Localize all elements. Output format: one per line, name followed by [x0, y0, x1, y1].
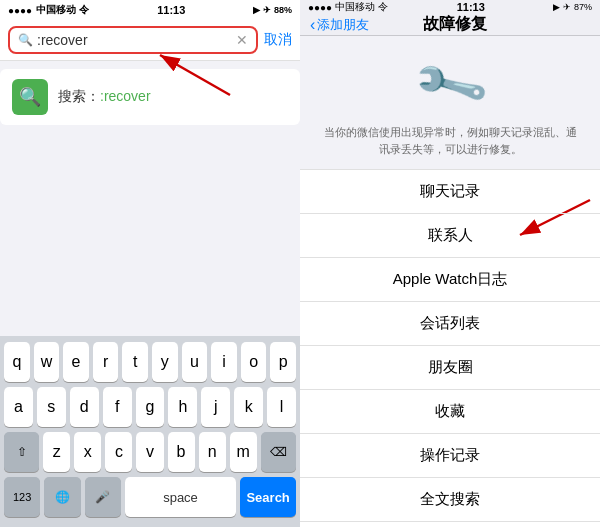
result-text: 搜索：:recover [58, 88, 151, 106]
arrow-annotation-left [140, 45, 240, 100]
key-mic[interactable]: 🎤 [85, 477, 121, 517]
key-i[interactable]: i [211, 342, 237, 382]
key-e[interactable]: e [63, 342, 89, 382]
key-m[interactable]: m [230, 432, 257, 472]
key-z[interactable]: z [43, 432, 70, 472]
keyboard-bottom-bar [0, 521, 300, 527]
carrier-name-right: 中国移动 令 [335, 0, 388, 14]
key-k[interactable]: k [234, 387, 263, 427]
carrier-right: ●●●● 中国移动 令 [308, 0, 388, 14]
right-panel: ●●●● 中国移动 令 11:13 ▶ ✈ 87% ‹ 添加朋友 故障修复 🔧 … [300, 0, 600, 527]
menu-item-session-list[interactable]: 会话列表 [300, 302, 600, 346]
key-row-3: ⇧ z x c v b n m ⌫ [4, 432, 296, 472]
search-icon-left: 🔍 [18, 33, 33, 47]
battery-right: 87% [574, 2, 592, 12]
nav-back-label[interactable]: 添加朋友 [317, 16, 369, 34]
key-space[interactable]: space [125, 477, 237, 517]
menu-item-operation-log[interactable]: 操作记录 [300, 434, 600, 478]
key-row-4: 123 🌐 🎤 space Search [4, 477, 296, 517]
status-icons-right: ▶ ✈ 87% [553, 2, 592, 12]
carrier-name-left: 中国移动 令 [36, 3, 89, 17]
key-w[interactable]: w [34, 342, 60, 382]
nav-title: 故障修复 [423, 14, 487, 35]
key-a[interactable]: a [4, 387, 33, 427]
key-s[interactable]: s [37, 387, 66, 427]
status-bar-right: ●●●● 中国移动 令 11:13 ▶ ✈ 87% [300, 0, 600, 14]
repair-description: 当你的微信使用出现异常时，例如聊天记录混乱、通讯录丢失等，可以进行修复。 [300, 124, 600, 169]
key-l[interactable]: l [267, 387, 296, 427]
menu-item-full-search[interactable]: 全文搜索 [300, 478, 600, 522]
key-o[interactable]: o [241, 342, 267, 382]
time-left: 11:13 [157, 4, 185, 16]
key-d[interactable]: d [70, 387, 99, 427]
key-p[interactable]: p [270, 342, 296, 382]
key-g[interactable]: g [136, 387, 165, 427]
menu-item-favorites[interactable]: 收藏 [300, 390, 600, 434]
key-t[interactable]: t [122, 342, 148, 382]
key-x[interactable]: x [74, 432, 101, 472]
keyboard-area: q w e r t y u i o p a s d f g h j k [0, 336, 300, 527]
key-b[interactable]: b [168, 432, 195, 472]
status-bar-left: ●●●● 中国移动 令 11:13 ▶ ✈ 88% [0, 0, 300, 20]
result-prefix: 搜索： [58, 88, 100, 104]
nav-bar-right: ‹ 添加朋友 故障修复 [300, 14, 600, 36]
carrier-left: ●●●● 中国移动 令 [8, 3, 89, 17]
key-shift[interactable]: ⇧ [4, 432, 39, 472]
keyboard-rows: q w e r t y u i o p a s d f g h j k [0, 336, 300, 521]
menu-item-contacts[interactable]: 联系人 [300, 214, 600, 258]
key-n[interactable]: n [199, 432, 226, 472]
key-row-2: a s d f g h j k l [4, 387, 296, 427]
signal-icon-right: ●●●● [308, 2, 332, 13]
key-f[interactable]: f [103, 387, 132, 427]
key-delete[interactable]: ⌫ [261, 432, 296, 472]
key-c[interactable]: c [105, 432, 132, 472]
battery-left: 88% [274, 5, 292, 15]
key-j[interactable]: j [201, 387, 230, 427]
menu-item-official-accounts[interactable]: 公众号会话 [300, 522, 600, 527]
menu-item-moments[interactable]: 朋友圈 [300, 346, 600, 390]
key-y[interactable]: y [152, 342, 178, 382]
key-r[interactable]: r [93, 342, 119, 382]
key-globe[interactable]: 🌐 [44, 477, 80, 517]
key-h[interactable]: h [168, 387, 197, 427]
svg-line-1 [160, 55, 230, 95]
wifi-icon: ▶ ✈ [253, 5, 271, 15]
menu-list: 聊天记录 联系人 Apple Watch日志 会话列表 朋友圈 收藏 操作记录 … [300, 169, 600, 527]
key-u[interactable]: u [182, 342, 208, 382]
menu-item-apple-watch[interactable]: Apple Watch日志 [300, 258, 600, 302]
wifi-icon-right: ▶ ✈ [553, 2, 571, 12]
time-right: 11:13 [457, 1, 485, 13]
left-panel: ●●●● 中国移动 令 11:13 ▶ ✈ 88% 🔍 :recover ✕ 取… [0, 0, 300, 527]
cancel-button[interactable]: 取消 [264, 31, 292, 49]
nav-back-button[interactable]: ‹ 添加朋友 [310, 16, 369, 34]
chevron-left-icon: ‹ [310, 16, 315, 34]
menu-item-chat-records[interactable]: 聊天记录 [300, 170, 600, 214]
key-123[interactable]: 123 [4, 477, 40, 517]
repair-icon-area: 🔧 [300, 36, 600, 124]
signal-icon: ●●●● [8, 5, 32, 16]
search-keyboard-button[interactable]: Search [240, 477, 296, 517]
key-v[interactable]: v [136, 432, 163, 472]
result-icon: 🔍 [12, 79, 48, 115]
key-q[interactable]: q [4, 342, 30, 382]
status-icons-left: ▶ ✈ 88% [253, 5, 292, 15]
key-row-1: q w e r t y u i o p [4, 342, 296, 382]
wrench-icon: 🔧 [409, 44, 492, 125]
